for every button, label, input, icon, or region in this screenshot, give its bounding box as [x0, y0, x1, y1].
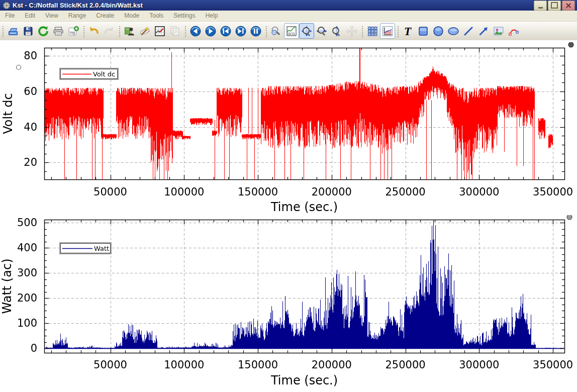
read-to-end-button[interactable]: [233, 23, 248, 39]
count-from-end-button[interactable]: [218, 23, 233, 39]
create-line-button[interactable]: [461, 23, 476, 39]
create-circle-button[interactable]: [431, 23, 446, 39]
print-button[interactable]: [51, 23, 66, 39]
xy-labels-icon: (X,Y): [285, 25, 298, 37]
copy-tab-icon: [169, 25, 181, 37]
menu-view[interactable]: View: [40, 11, 63, 21]
toolbar-handle[interactable]: [184, 25, 187, 37]
layout-mode-button[interactable]: [344, 23, 359, 39]
toolbar-group: [117, 22, 182, 40]
toolbar-group: T: [395, 22, 521, 40]
svg-text:log: log: [70, 30, 75, 34]
log-icon: log: [67, 25, 79, 37]
forward-icon: [205, 25, 217, 37]
create-curve-button[interactable]: [506, 23, 521, 39]
toolbar-handle[interactable]: [361, 25, 364, 37]
kst-window: Kst - C:/Notfall Stick/Kst 2.0.4/bin/Wat…: [0, 0, 577, 392]
pause-icon: [250, 25, 262, 37]
menu-help[interactable]: Help: [201, 11, 223, 21]
change-data-file-button[interactable]: [152, 23, 167, 39]
kst-app-icon: [3, 2, 11, 10]
log-button[interactable]: log: [66, 23, 81, 39]
create-box-button[interactable]: [416, 23, 431, 39]
create-box-icon: [417, 25, 429, 37]
minimize-icon: [538, 7, 543, 9]
zoom-x-button[interactable]: [314, 23, 329, 39]
print-icon: [52, 25, 64, 37]
plot-area: [0, 40, 577, 392]
create-ellipse-button[interactable]: [446, 23, 461, 39]
maximize-icon: [551, 2, 558, 9]
zoom-y-icon: [331, 25, 343, 37]
svg-text:T: T: [404, 25, 412, 37]
forward-button[interactable]: [203, 23, 218, 39]
menu-edit[interactable]: Edit: [20, 11, 40, 21]
menu-create[interactable]: Create: [91, 11, 119, 21]
create-label-icon: T: [402, 25, 414, 37]
save-icon: [22, 25, 34, 37]
toolbar-handle[interactable]: [118, 25, 121, 37]
plot-volt-dc[interactable]: [0, 42, 577, 215]
data-manager-button[interactable]: [122, 23, 137, 39]
toolbar-group: log: [0, 22, 81, 40]
undo-icon: [88, 25, 100, 37]
create-plot-button[interactable]: [380, 23, 395, 39]
create-ellipse-icon: [447, 25, 459, 37]
reload-button[interactable]: [36, 23, 51, 39]
svg-text:(X,Y): (X,Y): [288, 32, 295, 35]
menu-file[interactable]: File: [0, 11, 20, 21]
create-picture-button[interactable]: [491, 23, 506, 39]
open-button[interactable]: [6, 23, 21, 39]
create-plot-icon: [381, 25, 394, 37]
count-from-end-icon: [220, 25, 232, 37]
window-controls: [534, 1, 575, 11]
read-to-end-icon: [235, 25, 247, 37]
tied-zoom-icon: [270, 25, 282, 37]
data-wizard-icon: [139, 25, 151, 37]
plot-watt[interactable]: [0, 215, 577, 392]
toolbar-handle[interactable]: [2, 25, 5, 37]
cleanup-layout-button[interactable]: [365, 23, 380, 39]
tied-zoom-button[interactable]: [269, 23, 284, 39]
minimize-button[interactable]: [534, 1, 547, 11]
pause-button[interactable]: [248, 23, 263, 39]
xy-labels-button[interactable]: (X,Y): [284, 23, 299, 39]
open-icon: [7, 25, 19, 37]
menu-settings[interactable]: Settings: [168, 11, 200, 21]
reload-icon: [37, 25, 49, 37]
change-data-file-icon: [154, 25, 166, 37]
toolbar: log(X,Y)T: [0, 22, 577, 41]
zoom-x-icon: [316, 25, 328, 37]
close-button[interactable]: [562, 1, 575, 11]
undo-button[interactable]: [86, 23, 102, 39]
create-arrow-button[interactable]: [476, 23, 491, 39]
layout-mode-icon: [346, 25, 358, 37]
back-button[interactable]: [188, 23, 203, 39]
menu-mode[interactable]: Mode: [119, 11, 144, 21]
toolbar-handle[interactable]: [265, 25, 268, 37]
maximize-button[interactable]: [548, 1, 561, 11]
window-title: Kst - C:/Notfall Stick/Kst 2.0.4/bin/Wat…: [13, 2, 534, 9]
title-bar[interactable]: Kst - C:/Notfall Stick/Kst 2.0.4/bin/Wat…: [0, 0, 577, 11]
menu-bar: FileEditViewRangeCreateModeToolsSettings…: [0, 11, 577, 22]
back-icon: [189, 25, 202, 37]
zoom-y-button[interactable]: [329, 23, 344, 39]
save-button[interactable]: [21, 23, 36, 39]
toolbar-group: [81, 22, 117, 40]
toolbar-handle[interactable]: [397, 25, 400, 37]
zoom-xy-button[interactable]: [299, 23, 314, 39]
create-picture-icon: [493, 25, 505, 37]
create-circle-icon: [432, 25, 444, 37]
copy-tab-button[interactable]: [167, 23, 182, 39]
redo-button[interactable]: [102, 23, 117, 39]
toolbar-handle[interactable]: [82, 25, 85, 37]
toolbar-group: [359, 22, 395, 40]
menu-tools[interactable]: Tools: [144, 11, 168, 21]
data-wizard-button[interactable]: [137, 23, 152, 39]
create-line-icon: [462, 25, 474, 37]
cleanup-layout-icon: [366, 25, 378, 37]
close-icon: [566, 3, 571, 8]
create-label-button[interactable]: T: [401, 23, 416, 39]
menu-range[interactable]: Range: [63, 11, 91, 21]
zoom-xy-icon: [301, 25, 313, 37]
